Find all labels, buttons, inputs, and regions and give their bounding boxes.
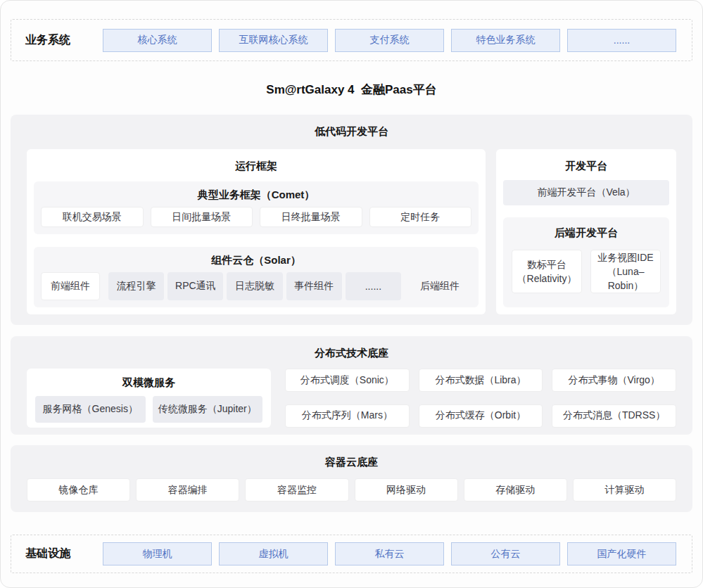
solar-item-more[interactable]: ...... [346,272,401,300]
container-item-compute-driver[interactable]: 计算驱动 [573,478,676,501]
comet-framework-panel: 典型业务框架（Comet） 联机交易场景 日间批量场景 日终批量场景 定时任务 [34,181,479,234]
backend-dev-panel-title: 后端开发平台 [512,226,661,239]
infra-virtual-machine[interactable]: 虚拟机 [219,542,328,565]
solar-item-frontend-component[interactable]: 前端组件 [41,272,100,300]
distributed-section-title: 分布式技术底座 [27,346,676,360]
solar-item-event-component[interactable]: 事件组件 [286,272,342,300]
backend-item-relativity[interactable]: 数标平台 （Relativity） [512,250,582,293]
solar-item-process-engine[interactable]: 流程引擎 [108,272,164,300]
comet-item-endofday-batch[interactable]: 日终批量场景 [260,207,362,227]
infra-private-cloud[interactable]: 私有云 [335,542,444,565]
solar-panel-title: 组件云仓（Solar） [41,253,471,267]
container-cloud-section: 容器云底座 镜像仓库 容器编排 容器监控 网络驱动 存储驱动 计算驱动 [11,445,692,512]
dual-mode-items-row: 服务网格（Genesis） 传统微服务（Jupiter） [35,396,262,423]
comet-item-scheduled-task[interactable]: 定时任务 [369,207,472,227]
business-system-more[interactable]: ...... [567,29,676,52]
business-system-core[interactable]: 核心系统 [103,29,212,52]
solar-items-row: 前端组件 流程引擎 RPC通讯 日志脱敏 事件组件 ...... 后端组件 [41,272,471,300]
business-system-special[interactable]: 特色业务系统 [451,29,560,52]
container-item-storage-driver[interactable]: 存储驱动 [464,478,567,501]
container-item-monitoring[interactable]: 容器监控 [245,478,348,501]
business-systems-band: 业务系统 核心系统 互联网核心系统 支付系统 特色业务系统 ...... [11,19,692,61]
dual-mode-item-genesis[interactable]: 服务网格（Genesis） [35,396,146,423]
comet-panel-title: 典型业务框架（Comet） [41,188,471,201]
distributed-base-section: 分布式技术底座 双模微服务 服务网格（Genesis） 传统微服务（Jupite… [11,336,692,435]
infra-public-cloud[interactable]: 公有云 [451,542,560,565]
business-system-internet-core[interactable]: 互联网核心系统 [219,29,328,52]
infra-physical-machine[interactable]: 物理机 [103,542,212,565]
frontend-dev-platform-vela[interactable]: 前端开发平台（Vela） [503,180,669,205]
infra-domestic-hardware[interactable]: 国产化硬件 [567,542,676,565]
infrastructure-label: 基础设施 [25,547,96,561]
solar-item-rpc[interactable]: RPC通讯 [167,272,223,300]
backend-item-relativity-name: 数标平台 [527,257,566,271]
business-systems-label: 业务系统 [25,33,96,48]
lowcode-platform-section: 低代码开发平台 运行框架 典型业务框架（Comet） 联机交易场景 日间批量场景… [11,115,692,325]
backend-item-relativity-code: （Relativity） [517,271,577,286]
solar-item-backend-component: 后端组件 [408,280,471,293]
backend-item-luna-robin[interactable]: 业务视图IDE （Luna–Robin） [590,250,661,293]
dual-mode-microservice-box: 双模微服务 服务网格（Genesis） 传统微服务（Jupiter） [27,369,271,428]
container-item-image-registry[interactable]: 镜像仓库 [27,478,130,501]
container-cloud-title: 容器云底座 [27,455,676,469]
backend-dev-panel: 后端开发平台 数标平台 （Relativity） 业务视图IDE （Luna–R… [503,217,669,307]
container-cloud-items-row: 镜像仓库 容器编排 容器监控 网络驱动 存储驱动 计算驱动 [27,478,676,501]
business-system-payment[interactable]: 支付系统 [335,29,444,52]
runtime-framework-box: 运行框架 典型业务框架（Comet） 联机交易场景 日间批量场景 日终批量场景 … [27,149,486,314]
solar-component-panel: 组件云仓（Solar） 前端组件 流程引擎 RPC通讯 日志脱敏 事件组件 ..… [34,247,479,307]
infrastructure-band: 基础设施 物理机 虚拟机 私有云 公有云 国产化硬件 [11,535,692,573]
container-item-orchestration[interactable]: 容器编排 [136,478,239,501]
dist-item-virgo[interactable]: 分布式事物（Virgo） [552,369,676,392]
dist-item-orbit[interactable]: 分布式缓存（Orbit） [419,404,543,428]
architecture-diagram-page: 业务系统 核心系统 互联网核心系统 支付系统 特色业务系统 ...... Sm@… [0,0,703,588]
dual-mode-item-jupiter[interactable]: 传统微服务（Jupiter） [153,396,263,423]
comet-item-online-trading[interactable]: 联机交易场景 [41,207,144,227]
solar-item-log-masking[interactable]: 日志脱敏 [227,272,282,300]
dist-item-mars[interactable]: 分布式序列（Mars） [285,404,410,428]
lowcode-body: 运行框架 典型业务框架（Comet） 联机交易场景 日间批量场景 日终批量场景 … [27,149,676,314]
dist-item-tdrss[interactable]: 分布式消息（TDRSS） [552,404,676,428]
comet-item-daytime-batch[interactable]: 日间批量场景 [151,207,253,227]
lowcode-section-title: 低代码开发平台 [27,124,676,139]
dev-platform-title: 开发平台 [503,159,669,173]
platform-title: Sm@rtGalaxy 4 金融Paas平台 [1,81,702,98]
backend-item-luna-robin-code: （Luna–Robin） [591,264,660,293]
dist-item-sonic[interactable]: 分布式调度（Sonic） [285,369,410,392]
distributed-body: 双模微服务 服务网格（Genesis） 传统微服务（Jupiter） 分布式调度… [27,369,676,428]
comet-items-row: 联机交易场景 日间批量场景 日终批量场景 定时任务 [41,207,471,227]
backend-item-luna-robin-name: 业务视图IDE [597,250,653,264]
backend-dev-items-row: 数标平台 （Relativity） 业务视图IDE （Luna–Robin） [512,250,661,293]
runtime-framework-title: 运行框架 [34,159,479,173]
dual-mode-title: 双模微服务 [35,376,262,390]
container-item-network-driver[interactable]: 网络驱动 [355,478,458,501]
dist-item-libra[interactable]: 分布式数据（Libra） [419,369,543,392]
dev-platform-box: 开发平台 前端开发平台（Vela） 后端开发平台 数标平台 （Relativit… [496,149,676,314]
distributed-services-grid: 分布式调度（Sonic） 分布式数据（Libra） 分布式事物（Virgo） 分… [285,369,676,428]
